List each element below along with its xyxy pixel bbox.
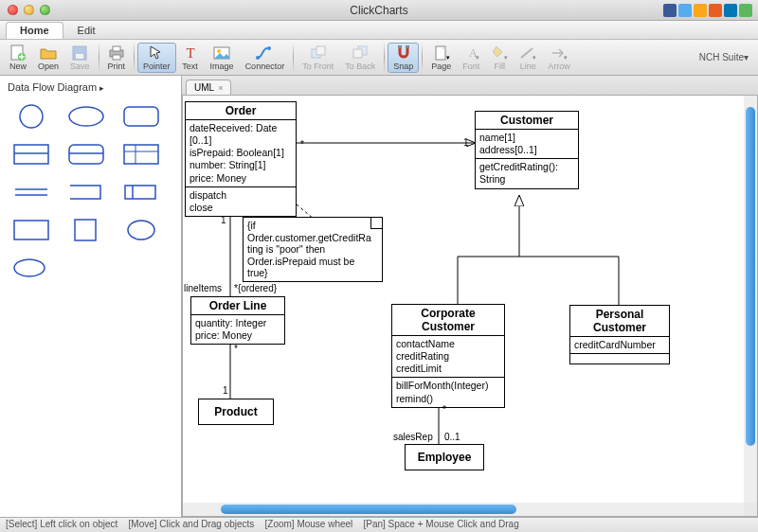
shape-rect[interactable] <box>8 216 55 244</box>
toback-button[interactable]: To Back <box>339 43 381 73</box>
new-icon <box>9 44 27 62</box>
twitter-icon[interactable] <box>678 4 692 17</box>
svg-point-11 <box>267 46 271 50</box>
uml-class-product[interactable]: Product <box>198 399 274 425</box>
svg-rect-32 <box>124 145 158 164</box>
canvas-area: UML × <box>182 76 758 517</box>
status-bar: [Select] Left click on object [Move] Cli… <box>0 517 758 532</box>
stumble-icon[interactable] <box>709 4 722 17</box>
text-button[interactable]: TText <box>176 43 205 73</box>
line-button[interactable]: ▾Line <box>514 43 542 73</box>
uml-attrs: contactName creditRating creditLimit <box>392 336 504 378</box>
minimize-window-button[interactable] <box>24 5 34 15</box>
uml-ops: billForMonth(Integer) remind() <box>392 378 504 406</box>
uml-title: Customer <box>476 112 578 130</box>
svg-text:▾: ▾ <box>476 54 479 61</box>
social-links <box>663 4 752 17</box>
multiplicity: 1 <box>463 137 469 148</box>
uml-class-employee[interactable]: Employee <box>405 444 484 470</box>
shape-oval-sm[interactable] <box>117 216 165 244</box>
toback-icon <box>352 44 369 62</box>
multiplicity: 1 <box>221 215 226 225</box>
svg-point-42 <box>14 259 45 276</box>
connector-button[interactable]: Connector <box>240 43 291 73</box>
doc-tab-label: UML <box>194 82 214 93</box>
tab-home[interactable]: Home <box>6 22 63 39</box>
shape-ellipse[interactable] <box>63 102 110 131</box>
page-button[interactable]: ▾Page <box>425 43 457 73</box>
shape-siderect[interactable] <box>117 178 165 206</box>
uml-note[interactable]: {if Order.customer.getCreditRa ting is "… <box>243 217 383 282</box>
svg-text:▾: ▾ <box>532 54 536 61</box>
role-label: salesRep <box>393 432 433 442</box>
svg-rect-27 <box>124 107 158 126</box>
uml-ops: dispatch close <box>186 187 296 216</box>
shape-doublebar[interactable] <box>8 178 55 206</box>
shape-square[interactable] <box>63 216 110 244</box>
status-move: [Move] Click and Drag objects <box>129 519 255 529</box>
image-button[interactable]: Image <box>205 43 240 73</box>
maximize-window-button[interactable] <box>40 5 50 15</box>
svg-rect-13 <box>316 46 325 55</box>
linkedin-icon[interactable] <box>724 4 737 17</box>
facebook-icon[interactable] <box>663 4 677 17</box>
close-tab-icon[interactable]: × <box>218 83 223 93</box>
uml-attrs: dateReceived: Date [0..1] isPrepaid: Boo… <box>186 120 296 187</box>
status-zoom: [Zoom] Mouse wheel <box>265 519 353 529</box>
shape-rounded-rect[interactable] <box>117 102 165 131</box>
sidebar-category[interactable]: Data Flow Diagram <box>4 80 177 98</box>
new-button[interactable]: New <box>4 43 32 73</box>
shape-openrect[interactable] <box>63 178 110 206</box>
page-icon: ▾ <box>433 44 450 62</box>
svg-text:▾: ▾ <box>446 54 450 61</box>
fill-icon: ▾ <box>491 44 508 62</box>
font-icon: A▾ <box>462 44 479 62</box>
svg-rect-5 <box>113 46 120 51</box>
svg-point-26 <box>69 107 103 126</box>
shape-table[interactable] <box>117 140 165 168</box>
uml-class-customer[interactable]: Customer name[1] address[0..1] getCredit… <box>475 111 579 189</box>
text-icon: T <box>182 44 199 62</box>
fill-button[interactable]: ▾Fill <box>485 43 514 73</box>
shape-halfrect[interactable] <box>8 140 55 168</box>
vertical-scrollbar[interactable] <box>744 96 757 503</box>
horizontal-scrollbar[interactable] <box>183 503 744 516</box>
svg-rect-39 <box>14 221 48 239</box>
note-text: {if Order.customer.getCreditRa ting is "… <box>247 220 371 278</box>
plus-icon[interactable] <box>739 4 752 17</box>
uml-class-orderline[interactable]: Order Line quantity: Integer price: Mone… <box>190 296 285 345</box>
uml-class-order[interactable]: Order dateReceived: Date [0..1] isPrepai… <box>185 101 297 217</box>
uml-class-corporate[interactable]: Corporate Customer contactName creditRat… <box>391 304 505 408</box>
uml-title: Order Line <box>191 297 284 315</box>
canvas[interactable]: Order dateReceived: Date [0..1] isPrepai… <box>183 96 744 503</box>
tab-edit[interactable]: Edit <box>63 22 110 39</box>
shape-rounded-split[interactable] <box>63 140 110 168</box>
uml-ops <box>570 354 669 364</box>
uml-title: Employee <box>406 445 483 470</box>
pointer-button[interactable]: Pointer <box>137 43 176 73</box>
multiplicity: * <box>300 139 304 150</box>
shape-circle[interactable] <box>8 102 55 131</box>
font-button[interactable]: A▾Font <box>457 43 485 73</box>
toolbar: New Open Save Print Pointer TText Image … <box>0 40 758 76</box>
uml-class-personal[interactable]: Personal Customer creditCardNumber <box>569 305 670 364</box>
snap-button[interactable]: Snap <box>388 43 419 73</box>
open-button[interactable]: Open <box>32 43 64 73</box>
svg-text:▾: ▾ <box>564 54 568 61</box>
share-icon[interactable] <box>694 4 707 17</box>
save-button[interactable]: Save <box>64 43 96 73</box>
uml-attrs: name[1] address[0..1] <box>476 130 578 159</box>
image-icon <box>213 44 230 62</box>
window-controls <box>0 5 50 15</box>
titlebar: ClickCharts <box>0 0 758 21</box>
svg-rect-17 <box>406 45 409 48</box>
doc-tab-uml[interactable]: UML × <box>186 80 231 95</box>
tofront-button[interactable]: To Front <box>297 43 339 73</box>
close-window-button[interactable] <box>8 5 18 15</box>
arrow-button[interactable]: ▾Arrow <box>542 43 576 73</box>
print-button[interactable]: Print <box>102 43 132 73</box>
shape-oval2[interactable] <box>8 254 55 282</box>
nch-suite-link[interactable]: NCH Suite ▾ <box>699 40 754 75</box>
tofront-icon <box>310 44 327 62</box>
shape-palette <box>4 98 177 286</box>
